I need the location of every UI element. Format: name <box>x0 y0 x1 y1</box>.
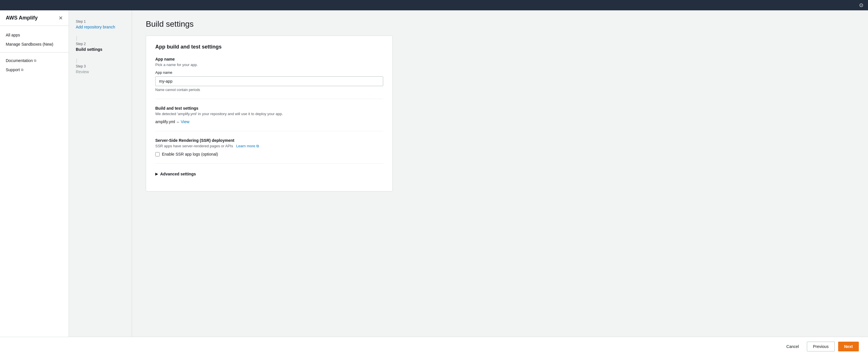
ssr-description: SSR apps have server-rendered pages or A… <box>155 144 383 148</box>
app-name-field-sublabel: App name <box>155 70 383 75</box>
step-1-label: Step 1 <box>76 20 125 24</box>
learn-more-external-icon: ⧉ <box>256 144 259 148</box>
ssr-description-text: SSR apps have server-rendered pages or A… <box>155 144 233 148</box>
form-panel: Build settings App build and test settin… <box>132 10 868 337</box>
build-file-separator: – <box>177 119 179 124</box>
build-test-label: Build and test settings <box>155 106 383 111</box>
step-2-name: Build settings <box>76 47 125 52</box>
sidebar-header: AWS Amplify ✕ <box>0 10 69 26</box>
external-link-icon: ⧉ <box>34 59 36 63</box>
sidebar-item-manage-sandboxes[interactable]: Manage Sandboxes (New) <box>0 40 69 49</box>
app-name-input[interactable] <box>155 77 383 86</box>
cancel-button[interactable]: Cancel <box>782 342 804 351</box>
steps-panel: Step 1 Add repository branch Step 2 Buil… <box>69 10 132 337</box>
form-card: App build and test settings App name Pic… <box>146 36 393 191</box>
advanced-settings-label: Advanced settings <box>160 172 196 176</box>
step-3-item: Step 3 Review <box>76 64 125 74</box>
external-link-icon: ⧉ <box>21 68 24 72</box>
step-1-item: Step 1 Add repository branch <box>76 20 125 29</box>
build-test-description: We detected 'amplify.yml' in your reposi… <box>155 112 383 116</box>
ssr-checkbox-row[interactable]: Enable SSR app logs (optional) <box>155 152 383 156</box>
sidebar: AWS Amplify ✕ All apps Manage Sandboxes … <box>0 10 69 337</box>
advanced-settings-section: ▶ Advanced settings <box>155 171 383 183</box>
page-footer: Cancel Previous Next <box>0 337 868 356</box>
ssr-checkbox[interactable] <box>155 152 160 156</box>
step-3-name: Review <box>76 69 125 74</box>
main-content: Step 1 Add repository branch Step 2 Buil… <box>69 10 868 337</box>
step-divider-1 <box>76 36 77 41</box>
card-section-title: App build and test settings <box>155 44 383 50</box>
step-1-name[interactable]: Add repository branch <box>76 25 125 29</box>
step-2-label: Step 2 <box>76 42 125 46</box>
app-name-field-label: App name <box>155 57 383 61</box>
view-build-file-link[interactable]: View <box>181 119 189 124</box>
sidebar-divider <box>0 52 69 53</box>
step-divider-2 <box>76 59 77 63</box>
step-2-item: Step 2 Build settings <box>76 42 125 52</box>
sidebar-title: AWS Amplify <box>6 15 38 21</box>
advanced-settings-toggle[interactable]: ▶ Advanced settings <box>155 171 383 176</box>
settings-icon[interactable]: ⊙ <box>859 2 863 8</box>
sidebar-item-support[interactable]: Support ⧉ <box>0 65 69 75</box>
toggle-arrow-icon: ▶ <box>155 172 158 176</box>
build-file-name: amplify.yml <box>155 119 175 124</box>
ssr-checkbox-label: Enable SSR app logs (optional) <box>162 152 218 156</box>
step-3-label: Step 3 <box>76 64 125 68</box>
ssr-section: Server-Side Rendering (SSR) deployment S… <box>155 138 383 164</box>
page-title: Build settings <box>146 20 854 29</box>
build-file-row: amplify.yml – View <box>155 119 383 124</box>
learn-more-link[interactable]: Learn more ⧉ <box>236 144 259 148</box>
sidebar-item-all-apps[interactable]: All apps <box>0 30 69 40</box>
app-name-field-description: Pick a name for your app. <box>155 63 383 67</box>
next-button[interactable]: Next <box>838 342 859 351</box>
app-name-section: App name Pick a name for your app. App n… <box>155 57 383 99</box>
ssr-label: Server-Side Rendering (SSR) deployment <box>155 138 383 143</box>
app-name-hint: Name cannot contain periods <box>155 88 383 92</box>
build-test-section: Build and test settings We detected 'amp… <box>155 106 383 131</box>
sidebar-nav: All apps Manage Sandboxes (New) Document… <box>0 26 69 337</box>
close-icon[interactable]: ✕ <box>59 16 63 21</box>
sidebar-item-documentation[interactable]: Documentation ⧉ <box>0 56 69 65</box>
previous-button[interactable]: Previous <box>807 342 834 351</box>
